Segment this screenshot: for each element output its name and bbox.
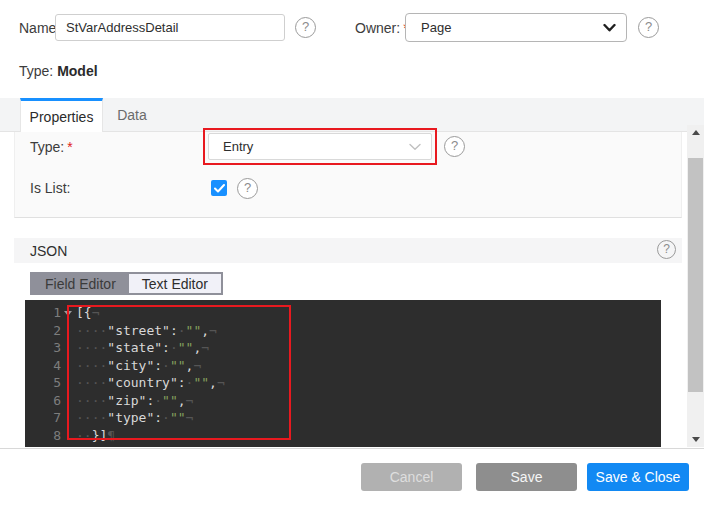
- help-icon[interactable]: ?: [237, 178, 258, 199]
- fold-arrow-icon[interactable]: [64, 311, 72, 316]
- variable-editor-dialog: Name:* ? Owner:* Page ? Type: Model Prop…: [0, 0, 704, 511]
- json-code-editor[interactable]: 1[{¬2····"street":·"",¬3····"state":·"",…: [25, 300, 661, 447]
- save-and-close-button[interactable]: Save & Close: [587, 463, 689, 491]
- type-model-value: Model: [57, 63, 97, 79]
- help-icon[interactable]: ?: [295, 17, 316, 38]
- help-icon[interactable]: ?: [638, 17, 659, 38]
- type-select[interactable]: Entry: [208, 133, 432, 160]
- help-icon[interactable]: ?: [444, 136, 465, 157]
- code-line: 7····"type":·""¬: [25, 409, 661, 427]
- line-number: 5: [25, 374, 63, 392]
- code-line: 5····"country":·"",¬: [25, 374, 661, 392]
- json-section-header: JSON: [14, 238, 682, 263]
- name-input[interactable]: [55, 14, 285, 41]
- required-marker: *: [67, 139, 72, 155]
- scrollbar-thumb[interactable]: [688, 158, 703, 392]
- line-number: 6: [25, 392, 63, 410]
- tab-properties[interactable]: Properties: [20, 98, 103, 132]
- type-label: Type:*: [30, 139, 73, 155]
- editor-mode-switch: Field Editor Text Editor: [30, 272, 223, 295]
- owner-label: Owner:*: [355, 20, 409, 36]
- vertical-scrollbar[interactable]: [687, 125, 704, 447]
- help-icon[interactable]: ?: [657, 240, 676, 259]
- type-model-line: Type: Model: [19, 63, 98, 79]
- owner-select[interactable]: Page: [405, 13, 627, 42]
- tab-bar: Properties Data: [0, 98, 704, 132]
- text-editor-button[interactable]: Text Editor: [129, 274, 221, 293]
- scroll-down-icon[interactable]: [687, 432, 704, 447]
- save-button[interactable]: Save: [476, 463, 577, 491]
- code-line: 4····"city":·"",¬: [25, 357, 661, 375]
- field-editor-button[interactable]: Field Editor: [32, 274, 129, 293]
- line-number: 2: [25, 322, 63, 340]
- line-number: 7: [25, 409, 63, 427]
- line-number: 8: [25, 427, 63, 445]
- chevron-down-icon: [409, 143, 421, 151]
- is-list-label: Is List:: [30, 180, 70, 196]
- code-line: 8··}]¶: [25, 427, 661, 445]
- code-line: 6····"zip":·"",¬: [25, 392, 661, 410]
- check-icon: [214, 184, 225, 193]
- is-list-checkbox[interactable]: [211, 180, 227, 196]
- chevron-down-icon: [603, 23, 616, 32]
- line-number: 4: [25, 357, 63, 375]
- line-number: 3: [25, 339, 63, 357]
- type-select-value: Entry: [209, 139, 253, 154]
- cancel-button[interactable]: Cancel: [361, 463, 462, 491]
- code-line: 3····"state":·"",¬: [25, 339, 661, 357]
- tab-data[interactable]: Data: [103, 98, 161, 132]
- footer-divider: [0, 448, 704, 449]
- line-number: 1: [25, 304, 63, 322]
- scroll-up-icon[interactable]: [687, 125, 704, 140]
- json-section-title: JSON: [14, 243, 67, 259]
- owner-select-value: Page: [406, 20, 451, 35]
- code-line: 1[{¬: [25, 304, 661, 322]
- code-line: 2····"street":·"",¬: [25, 322, 661, 340]
